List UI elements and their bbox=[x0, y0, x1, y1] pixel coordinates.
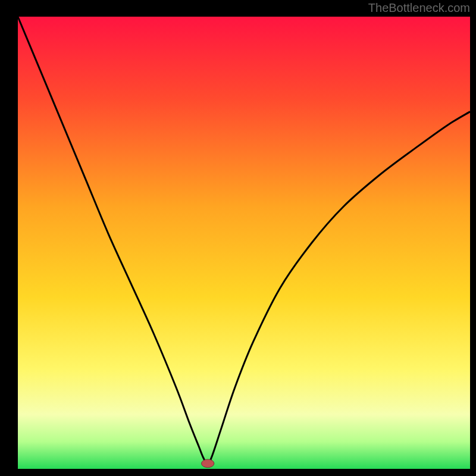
plot-background bbox=[18, 17, 470, 469]
watermark-text: TheBottleneck.com bbox=[368, 1, 470, 15]
chart-frame: TheBottleneck.com bbox=[0, 0, 476, 476]
bottleneck-chart bbox=[0, 0, 476, 476]
optimal-marker bbox=[202, 459, 214, 468]
